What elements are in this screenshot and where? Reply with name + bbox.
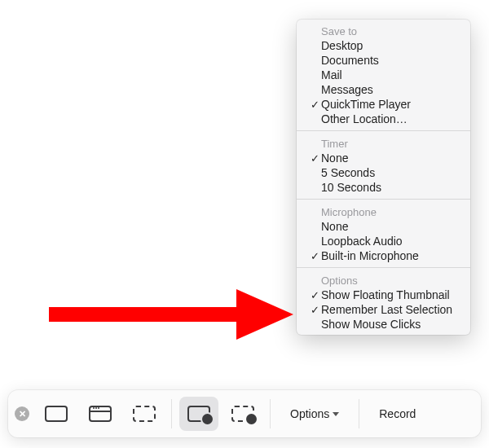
- menu-item-messages[interactable]: Messages: [297, 82, 470, 97]
- menu-item-desktop[interactable]: Desktop: [297, 38, 470, 53]
- menu-item-show-mouse-clicks[interactable]: Show Mouse Clicks: [297, 317, 470, 332]
- record-entire-screen-button[interactable]: [179, 397, 218, 431]
- options-button[interactable]: Options: [277, 397, 352, 431]
- menu-item-timer-5s[interactable]: 5 Seconds: [297, 165, 470, 180]
- record-selection-button[interactable]: [223, 397, 262, 431]
- menu-item-label: Built-in Microphone: [321, 249, 460, 262]
- record-dot-icon: [246, 414, 257, 424]
- menu-item-floating-thumbnail[interactable]: ✓ Show Floating Thumbnail: [297, 288, 470, 302]
- menu-item-label: Mail: [321, 68, 460, 81]
- menu-divider: [297, 130, 470, 131]
- menu-heading-options: Options: [297, 272, 470, 288]
- menu-item-mic-loopback[interactable]: Loopback Audio: [297, 234, 470, 248]
- menu-item-mic-builtin[interactable]: ✓ Built-in Microphone: [297, 248, 470, 263]
- menu-heading-save-to: Save to: [297, 23, 470, 38]
- close-button[interactable]: ✕: [15, 406, 29, 421]
- screen-record-icon: [187, 406, 210, 422]
- menu-item-other-location[interactable]: Other Location…: [297, 112, 470, 126]
- checkmark-icon: ✓: [308, 152, 321, 165]
- menu-item-quicktime-player[interactable]: ✓ QuickTime Player: [297, 97, 470, 112]
- menu-item-label: 10 Seconds: [321, 181, 460, 194]
- annotation-arrow-icon: [49, 289, 295, 340]
- menu-item-label: Other Location…: [321, 112, 460, 125]
- options-menu: Save to Desktop Documents Mail Messages …: [297, 20, 470, 335]
- menu-item-label: None: [321, 220, 460, 233]
- button-label: Options: [290, 407, 329, 420]
- window-icon: [89, 406, 112, 422]
- checkmark-icon: ✓: [308, 250, 321, 262]
- toolbar-divider: [359, 399, 359, 428]
- screen-icon: [45, 406, 68, 422]
- checkmark-icon: ✓: [308, 289, 321, 301]
- menu-item-label: QuickTime Player: [321, 98, 460, 111]
- capture-window-button[interactable]: [81, 397, 120, 431]
- menu-item-label: Desktop: [321, 39, 460, 52]
- menu-item-documents[interactable]: Documents: [297, 53, 470, 68]
- menu-item-label: Remember Last Selection: [321, 303, 460, 316]
- menu-divider: [297, 199, 470, 200]
- menu-item-label: 5 Seconds: [321, 166, 460, 179]
- menu-item-mail[interactable]: Mail: [297, 68, 470, 82]
- menu-divider: [297, 267, 470, 268]
- menu-item-label: None: [321, 152, 460, 165]
- menu-heading-microphone: Microphone: [297, 204, 470, 219]
- checkmark-icon: ✓: [308, 99, 321, 111]
- menu-item-label: Show Mouse Clicks: [321, 318, 460, 331]
- menu-item-timer-10s[interactable]: 10 Seconds: [297, 180, 470, 195]
- toolbar-divider: [270, 399, 271, 428]
- menu-item-label: Loopback Audio: [321, 235, 460, 248]
- menu-item-mic-none[interactable]: None: [297, 219, 470, 234]
- selection-record-icon: [231, 406, 254, 422]
- record-button[interactable]: Record: [366, 397, 429, 431]
- capture-entire-screen-button[interactable]: [37, 397, 76, 431]
- checkmark-icon: ✓: [308, 304, 321, 316]
- menu-item-label: Show Floating Thumbnail: [321, 288, 460, 301]
- button-label: Record: [379, 407, 416, 420]
- screenshot-toolbar: ✕ Options Record: [8, 390, 481, 437]
- menu-item-label: Documents: [321, 54, 460, 67]
- selection-icon: [133, 406, 156, 422]
- record-dot-icon: [202, 414, 213, 424]
- menu-heading-timer: Timer: [297, 135, 470, 151]
- menu-item-timer-none[interactable]: ✓ None: [297, 151, 470, 165]
- toolbar-divider: [171, 399, 172, 428]
- close-icon: ✕: [19, 409, 26, 419]
- svg-marker-0: [49, 289, 293, 340]
- menu-item-label: Messages: [321, 83, 460, 96]
- capture-selection-button[interactable]: [125, 397, 164, 431]
- menu-item-remember-selection[interactable]: ✓ Remember Last Selection: [297, 302, 470, 317]
